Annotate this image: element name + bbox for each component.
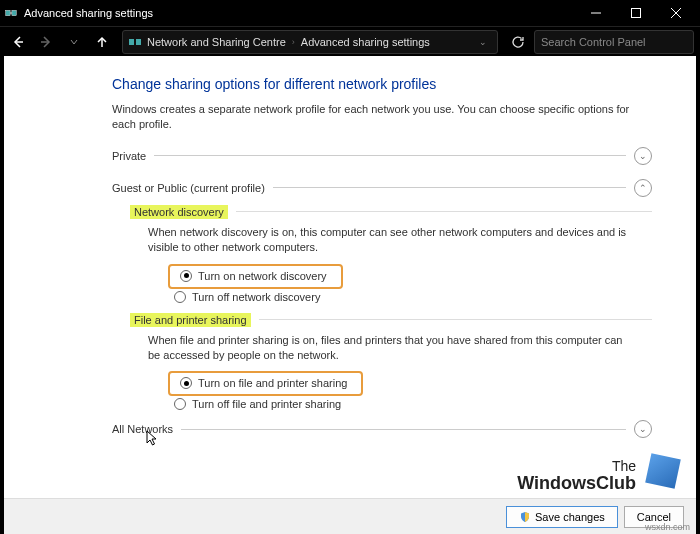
search-input[interactable]: Search Control Panel [534,30,694,54]
radio-icon [180,377,192,389]
breadcrumb-item[interactable]: Advanced sharing settings [301,36,430,48]
radio-group-sharing: Turn on file and printer sharing Turn of… [168,371,672,412]
section-private[interactable]: Private ⌄ [112,147,672,165]
up-button[interactable] [90,30,114,54]
chevron-down-icon[interactable]: ⌄ [473,37,493,47]
svg-rect-1 [12,10,16,15]
nav-bar: Network and Sharing Centre › Advanced sh… [0,26,700,56]
shield-icon [519,511,531,523]
svg-rect-0 [6,10,10,15]
group-network-discovery: Network discovery [130,205,228,219]
watermark: The WindowsClub [517,456,636,492]
section-label: All Networks [112,423,173,435]
back-button[interactable] [6,30,30,54]
forward-button[interactable] [34,30,58,54]
page-title: Change sharing options for different net… [112,76,672,92]
window-title: Advanced sharing settings [24,7,576,19]
window-controls [576,0,696,26]
logo-square [645,453,681,489]
svg-rect-10 [129,39,134,45]
network-icon [127,34,143,50]
breadcrumb-item[interactable]: Network and Sharing Centre [147,36,286,48]
url-watermark: wsxdn.com [645,522,690,532]
footer-bar: Save changes Cancel [4,498,696,534]
save-changes-button[interactable]: Save changes [506,506,618,528]
chevron-right-icon: › [292,37,295,47]
chevron-up-icon[interactable]: ⌃ [634,179,652,197]
svg-rect-11 [136,39,141,45]
chevron-down-icon[interactable]: ⌄ [634,147,652,165]
maximize-button[interactable] [616,0,656,26]
app-icon [4,6,18,20]
highlight-box: Turn on network discovery [168,264,343,289]
radio-sharing-off[interactable]: Turn off file and printer sharing [168,396,672,412]
group-description: When network discovery is on, this compu… [148,225,632,256]
breadcrumb[interactable]: Network and Sharing Centre › Advanced sh… [122,30,498,54]
radio-icon [174,398,186,410]
cursor-icon [146,430,160,448]
title-bar: Advanced sharing settings [0,0,700,26]
highlight-box: Turn on file and printer sharing [168,371,363,396]
page-description: Windows creates a separate network profi… [112,102,632,133]
group-file-printer-sharing: File and printer sharing [130,313,251,327]
radio-sharing-on[interactable]: Turn on file and printer sharing [174,375,353,391]
section-label: Guest or Public (current profile) [112,182,265,194]
group-description: When file and printer sharing is on, fil… [148,333,632,364]
radio-icon [180,270,192,282]
chevron-down-icon[interactable]: ⌄ [634,420,652,438]
svg-rect-4 [632,9,641,18]
section-all-networks[interactable]: All Networks ⌄ [112,420,672,438]
section-guest-public[interactable]: Guest or Public (current profile) ⌃ [112,179,672,197]
radio-discovery-on[interactable]: Turn on network discovery [174,268,333,284]
recent-dropdown[interactable] [62,30,86,54]
search-placeholder: Search Control Panel [541,36,646,48]
radio-discovery-off[interactable]: Turn off network discovery [168,289,672,305]
radio-icon [174,291,186,303]
refresh-button[interactable] [506,30,530,54]
content-area: Change sharing options for different net… [4,56,696,534]
minimize-button[interactable] [576,0,616,26]
close-button[interactable] [656,0,696,26]
section-label: Private [112,150,146,162]
radio-group-discovery: Turn on network discovery Turn off netwo… [168,264,672,305]
